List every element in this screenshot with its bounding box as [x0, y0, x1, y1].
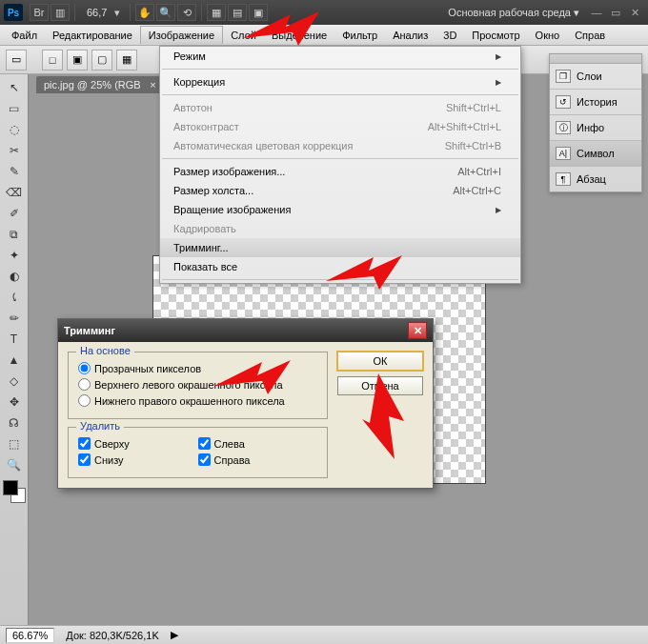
menu-слой[interactable]: Слой — [223, 27, 264, 44]
check-input[interactable] — [198, 453, 211, 466]
panel-символ[interactable]: A|Символ — [550, 141, 641, 166]
hand-tool-icon[interactable]: ✋ — [135, 4, 154, 21]
radio-input[interactable] — [78, 362, 91, 374]
opt-sub-selection-icon[interactable]: ▢ — [91, 50, 112, 70]
check-input[interactable] — [78, 453, 91, 466]
tool-11[interactable]: ✏ — [4, 309, 25, 328]
tool-17[interactable]: ⬚ — [4, 434, 25, 453]
check-label: Сверху — [94, 438, 130, 450]
tool-8[interactable]: ✦ — [4, 246, 25, 265]
menu-выделение[interactable]: Выделение — [264, 27, 334, 44]
menu-item[interactable]: Режим — [160, 47, 520, 66]
menu-item-label: Размер изображения... — [173, 166, 285, 177]
tool-14[interactable]: ◇ — [4, 372, 25, 391]
menu-item-label: Тримминг... — [173, 242, 229, 253]
tool-4[interactable]: ✎ — [4, 162, 25, 181]
radio-input[interactable] — [78, 378, 91, 391]
tool-1[interactable]: ▭ — [4, 99, 25, 118]
check-option[interactable]: Справа — [198, 452, 318, 468]
menu-item[interactable]: Размер изображения...Alt+Ctrl+I — [160, 162, 520, 181]
window-close-icon[interactable]: ✕ — [625, 7, 644, 19]
menu-файл[interactable]: Файл — [4, 27, 45, 44]
tool-10[interactable]: ⤹ — [4, 288, 25, 307]
screen-mode-icon[interactable]: ▥ — [51, 4, 70, 21]
menu-анализ[interactable]: Анализ — [385, 27, 435, 44]
menu-item[interactable]: Тримминг... — [160, 238, 520, 257]
menu-item: АвтотонShift+Ctrl+L — [160, 98, 520, 117]
window-restore-icon[interactable]: ▭ — [606, 7, 625, 19]
tool-0[interactable]: ↖ — [4, 78, 25, 97]
zoom-tool-icon[interactable]: 🔍 — [156, 4, 175, 21]
panel-icon: A| — [556, 147, 571, 160]
menu-item-label: Автоконтраст — [173, 121, 239, 132]
radio-option[interactable]: Прозрачных пикселов — [78, 360, 317, 376]
panel-grip[interactable] — [550, 54, 641, 64]
status-arrow-icon[interactable]: ▶ — [171, 629, 178, 641]
panel-инфо[interactable]: ⓘИнфо — [550, 115, 641, 140]
check-option[interactable]: Слева — [198, 435, 318, 452]
panel-слои[interactable]: ❐Слои — [550, 64, 641, 89]
tool-16[interactable]: ☊ — [4, 413, 25, 433]
tool-13[interactable]: ▲ — [4, 351, 25, 370]
menu-item[interactable]: Размер холста...Alt+Ctrl+C — [160, 181, 520, 200]
panel-абзац[interactable]: ¶Абзац — [550, 167, 641, 191]
panel-история[interactable]: ↺История — [550, 90, 641, 114]
zoom-value[interactable]: 66,7 — [87, 7, 107, 18]
tool-3[interactable]: ✂ — [4, 141, 25, 160]
opt-new-selection-icon[interactable]: □ — [42, 50, 63, 70]
tool-18[interactable]: 🔍 — [4, 455, 25, 474]
tool-9[interactable]: ◐ — [4, 267, 25, 286]
menu-item-label: Вращение изображения — [173, 204, 291, 215]
radio-option[interactable]: Нижнего правого окрашенного пиксела — [78, 392, 317, 409]
document-tab-close-icon[interactable]: × — [150, 79, 155, 91]
menu-item[interactable]: Коррекция — [160, 72, 520, 91]
panel-label: История — [577, 96, 618, 108]
tool-preset-icon[interactable]: ▭ — [6, 50, 27, 70]
status-zoom[interactable]: 66.67% — [6, 628, 54, 643]
dialog-close-icon[interactable]: ✕ — [408, 322, 427, 339]
cancel-button[interactable]: Отмена — [337, 376, 423, 395]
menu-item-label: Кадрировать — [173, 223, 236, 234]
workspace-selector[interactable]: Основная рабочая среда ▾ — [448, 7, 579, 19]
tool-7[interactable]: ⧉ — [4, 225, 25, 244]
arrange2-icon[interactable]: ▤ — [228, 4, 247, 21]
opt-intersect-icon[interactable]: ▦ — [116, 50, 137, 70]
menu-item[interactable]: Показать все — [160, 257, 520, 276]
check-option[interactable]: Сверху — [78, 435, 198, 452]
menu-фильтр[interactable]: Фильтр — [334, 27, 385, 44]
zoom-dropdown-icon[interactable]: ▾ — [114, 7, 120, 19]
arrange3-icon[interactable]: ▣ — [249, 4, 268, 21]
menu-изображение[interactable]: Изображение — [140, 26, 223, 44]
opt-add-selection-icon[interactable]: ▣ — [67, 50, 88, 70]
dialog-titlebar[interactable]: Тримминг ✕ — [58, 319, 433, 342]
arrange-icon[interactable]: ▦ — [207, 4, 226, 21]
check-label: Справа — [214, 454, 251, 466]
tool-15[interactable]: ✥ — [4, 392, 25, 412]
menu-справ[interactable]: Справ — [567, 27, 613, 44]
menu-окно[interactable]: Окно — [528, 27, 568, 44]
panel-icon: ❐ — [556, 70, 571, 83]
trim-dialog: Тримминг ✕ На основе Прозрачных пикселов… — [57, 318, 434, 489]
menu-просмотр[interactable]: Просмотр — [464, 27, 527, 44]
rotate-view-icon[interactable]: ⟲ — [177, 4, 196, 21]
title-bar: Ps Br ▥ 66,7 ▾ ✋ 🔍 ⟲ ▦ ▤ ▣ Основная рабо… — [0, 0, 648, 25]
menu-3d[interactable]: 3D — [435, 27, 464, 44]
radio-option[interactable]: Верхнего левого окрашенного пиксела — [78, 376, 317, 392]
menu-редактирование[interactable]: Редактирование — [45, 27, 140, 44]
check-input[interactable] — [198, 437, 211, 450]
panel-label: Слои — [577, 70, 602, 82]
bridge-icon[interactable]: Br — [30, 4, 49, 21]
image-menu-dropdown: РежимКоррекцияАвтотонShift+Ctrl+LАвтокон… — [159, 46, 521, 284]
check-option[interactable]: Снизу — [78, 452, 198, 468]
menu-item[interactable]: Вращение изображения — [160, 200, 520, 219]
radio-input[interactable] — [78, 394, 91, 407]
document-tab[interactable]: pic.jpg @ 25% (RGB × — [36, 76, 160, 93]
tool-5[interactable]: ⌫ — [4, 183, 25, 202]
window-minimize-icon[interactable]: — — [587, 7, 606, 19]
check-input[interactable] — [78, 437, 91, 450]
color-swatches[interactable] — [3, 480, 26, 503]
tool-2[interactable]: ◌ — [4, 120, 25, 139]
tool-12[interactable]: T — [4, 330, 25, 349]
ok-button[interactable]: ОК — [337, 352, 423, 371]
tool-6[interactable]: ✐ — [4, 204, 25, 223]
